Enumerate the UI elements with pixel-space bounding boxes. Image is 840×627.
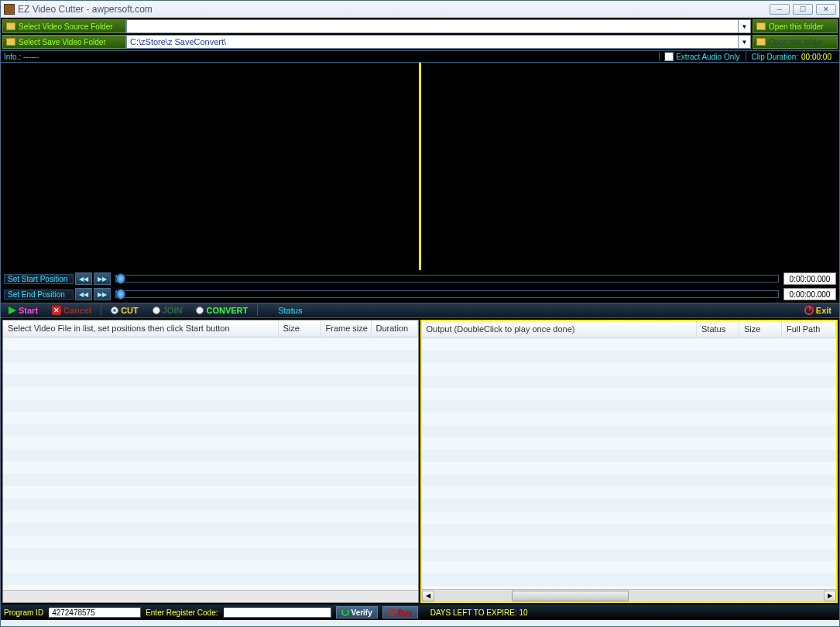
output-table: Output (DoubleClick to play once done) S… [420,320,838,603]
start-label: Start [19,306,38,315]
program-id-field[interactable]: 4272478575 [48,607,141,618]
extract-audio-label: Extract Audio Only [676,53,739,61]
exit-label: Exit [816,306,831,315]
join-radio[interactable]: JOIN [148,304,187,317]
app-icon [4,4,15,15]
select-save-label: Select Save Video Folder [19,38,106,46]
position-controls: Set Start Position ◀◀ ▶▶ 0:00:00.000 Set… [1,270,839,303]
window-title: EZ Video Cutter - awpersoft.com [18,4,153,15]
radio-on-icon [111,307,118,314]
start-time-display: 0:00:00.000 [783,272,836,285]
refresh-icon [388,608,396,616]
save-path-input[interactable]: C:\zStore\z SaveConvert\ [126,35,739,49]
source-path-input[interactable] [126,19,739,33]
register-code-input[interactable] [223,607,331,618]
input-table-body[interactable] [3,337,418,590]
source-path-dropdown[interactable]: ▼ [739,19,751,33]
scroll-left-button[interactable]: ◀ [422,591,434,601]
register-code-label: Enter Register Code: [146,608,218,617]
status-label: Status [278,306,302,315]
clip-duration-value: 00:00:00 [801,53,831,61]
select-source-label: Select Video Source Folder [19,22,113,31]
convert-label: CONVERT [206,306,248,315]
select-save-folder-button[interactable]: Select Save Video Folder [2,35,126,49]
folder-icon [756,22,766,30]
convert-radio[interactable]: CONVERT [191,304,252,317]
slider-thumb-icon[interactable] [116,273,125,284]
input-scrollbar[interactable] [3,590,418,602]
col-header[interactable]: Frame size [321,320,372,337]
folder-icon [6,22,15,30]
folder-icon [756,38,766,46]
refresh-icon [341,608,349,616]
cut-radio[interactable]: CUT [106,304,143,317]
input-table: Select Video File in list, set positions… [2,320,419,603]
info-bar: Info.: ------ Extract Audio Only Clip Du… [1,50,839,63]
radio-off-icon [196,307,204,314]
select-source-folder-button[interactable]: Select Video Source Folder [2,19,126,33]
cancel-icon: ✕ [52,306,61,315]
input-table-header: Select Video File in list, set positions… [3,320,418,337]
titlebar: EZ Video Cutter - awpersoft.com ─ ☐ ✕ [1,1,839,18]
video-pane-right [421,63,838,270]
app-window: EZ Video Cutter - awpersoft.com ─ ☐ ✕ Se… [0,0,840,627]
col-header[interactable]: Full Path [782,321,836,337]
open-source-folder-button[interactable]: Open this folder [753,19,838,33]
col-header[interactable]: Select Video File in list, set positions… [3,320,279,337]
end-rewind-button[interactable]: ◀◀ [75,288,92,300]
cancel-label: Cancel [63,306,91,315]
action-bar: Start ✕ Cancel CUT JOIN CONVERT Status E… [1,303,839,318]
scroll-track[interactable] [434,591,825,601]
maximize-button[interactable]: ☐ [793,4,813,15]
end-position-slider[interactable] [115,290,779,298]
end-position-label: Set End Position [4,290,74,300]
cut-label: CUT [121,306,139,315]
clip-duration-label: Clip Duration: [751,53,798,61]
minimize-button[interactable]: ─ [770,4,790,15]
info-label: Info.: [4,53,21,61]
slider-thumb-icon[interactable] [116,289,125,300]
scroll-thumb[interactable] [512,591,629,601]
video-preview-area [1,63,839,270]
radio-off-icon [153,307,160,314]
checkbox-icon [664,52,674,61]
output-scrollbar[interactable]: ◀ ▶ [422,589,837,601]
output-table-body[interactable] [422,338,837,589]
open-folder-label: Open this folder [769,38,824,46]
extract-audio-toggle[interactable]: Extract Audio Only [659,52,744,61]
save-path-dropdown[interactable]: ▼ [739,35,751,49]
close-button[interactable]: ✕ [816,4,836,15]
col-header[interactable]: Status [697,321,739,337]
open-save-folder-button[interactable]: Open this folder [753,35,838,49]
clip-duration-display: Clip Duration: 00:00:00 [746,52,836,61]
folder-selection-area: Select Video Source Folder ▼ Open this f… [1,18,839,50]
start-rewind-button[interactable]: ◀◀ [75,272,92,285]
video-pane-left [2,63,419,270]
start-forward-button[interactable]: ▶▶ [94,272,111,285]
col-header[interactable]: Size [279,320,321,337]
scroll-right-button[interactable]: ▶ [824,591,836,601]
info-value: ------ [23,53,39,61]
play-icon [9,307,16,314]
expire-label: DAYS LEFT TO EXPIRE: 10 [430,608,528,617]
start-position-slider[interactable] [115,275,779,283]
cancel-button[interactable]: ✕ Cancel [47,304,96,317]
buy-label: Buy [398,608,413,617]
exit-button[interactable]: Exit [800,304,836,317]
col-header[interactable]: Duration [372,320,418,337]
power-icon [804,306,814,315]
col-header[interactable]: Output (DoubleClick to play once done) [422,321,698,337]
verify-label: Verify [351,608,372,617]
verify-button[interactable]: Verify [336,606,378,618]
program-id-label: Program ID [4,608,43,617]
output-table-header: Output (DoubleClick to play once done) S… [422,321,837,338]
bottom-bar: Program ID 4272478575 Enter Register Cod… [1,605,839,620]
end-time-display: 0:00:00.000 [783,288,836,300]
folder-icon [6,38,15,46]
end-forward-button[interactable]: ▶▶ [94,288,111,300]
start-button[interactable]: Start [4,304,43,317]
join-label: JOIN [163,306,183,315]
buy-button[interactable]: Buy [382,606,418,618]
tables-area: Select Video File in list, set positions… [1,318,839,605]
col-header[interactable]: Size [739,321,782,337]
